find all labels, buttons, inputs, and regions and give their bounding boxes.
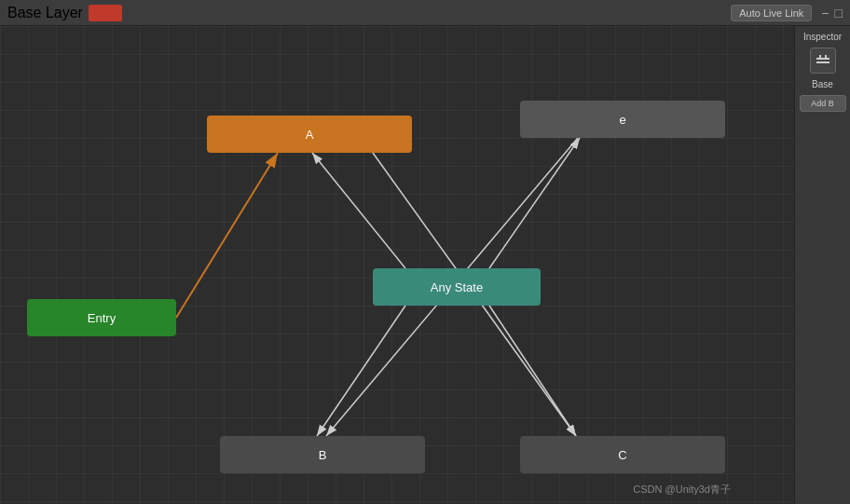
inspector-icon bbox=[810, 48, 836, 74]
inspector-title: Inspector bbox=[803, 32, 842, 42]
topbar-title: Base Layer bbox=[7, 5, 83, 21]
state-node-e[interactable]: e bbox=[520, 101, 725, 138]
svg-line-6 bbox=[489, 306, 576, 436]
state-node-b[interactable]: B bbox=[220, 436, 425, 473]
svg-rect-12 bbox=[825, 55, 827, 59]
svg-line-2 bbox=[176, 153, 278, 318]
svg-line-4 bbox=[489, 138, 580, 268]
main-area: A e Any State Entry B C CSDN @Unity3d青子 … bbox=[0, 26, 850, 504]
topbar-left: Base Layer bbox=[7, 5, 122, 21]
auto-live-link-button[interactable]: Auto Live Link bbox=[731, 5, 812, 21]
state-node-anystate[interactable]: Any State bbox=[373, 268, 541, 306]
svg-rect-9 bbox=[816, 58, 829, 60]
state-node-entry[interactable]: Entry bbox=[27, 299, 176, 336]
svg-rect-10 bbox=[816, 61, 829, 63]
maximize-icon[interactable]: □ bbox=[835, 6, 843, 20]
svg-line-3 bbox=[312, 153, 405, 268]
topbar-right: Auto Live Link − □ bbox=[731, 5, 843, 21]
add-behavior-button[interactable]: Add B bbox=[800, 95, 846, 112]
minimize-icon[interactable]: − bbox=[821, 6, 829, 20]
arrows-overlay bbox=[0, 26, 794, 504]
topbar: Base Layer Auto Live Link − □ bbox=[0, 0, 850, 26]
inspector-svg-icon bbox=[815, 52, 831, 69]
watermark: CSDN @Unity3d青子 bbox=[633, 483, 731, 497]
svg-line-5 bbox=[317, 306, 405, 436]
inspector-base-label: Base bbox=[812, 79, 833, 89]
animator-canvas[interactable]: A e Any State Entry B C CSDN @Unity3d青子 bbox=[0, 26, 794, 504]
topbar-red-indicator bbox=[89, 5, 122, 21]
inspector-panel: Inspector Base Add B bbox=[794, 26, 850, 504]
state-node-a[interactable]: A bbox=[207, 116, 412, 153]
svg-rect-11 bbox=[819, 55, 821, 59]
window-controls: − □ bbox=[821, 6, 843, 20]
state-node-c[interactable]: C bbox=[520, 436, 725, 473]
